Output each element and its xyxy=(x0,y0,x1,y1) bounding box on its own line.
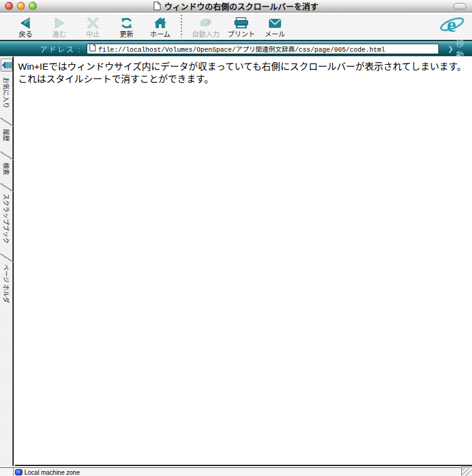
toolbar: 戻る 進む 中止 xyxy=(0,13,472,40)
page-paragraph: Win+IEではウィンドウサイズ内にデータが収まっていても右側にスクロールバーが… xyxy=(18,60,468,85)
browser-window: ウィンドウの右側のスクロールバーを消す 戻る 進む xyxy=(0,0,472,476)
title-bar: ウィンドウの右側のスクロールバーを消す xyxy=(0,0,472,12)
tab-divider xyxy=(0,118,14,126)
forward-button: 進む xyxy=(42,14,76,39)
sidebar-tab-pageholder[interactable]: ページ ホルダ xyxy=(2,264,11,303)
page-content: Win+IEではウィンドウサイズ内にデータが収まっていても右側にスクロールバーが… xyxy=(15,57,472,466)
refresh-button[interactable]: 更新 xyxy=(110,14,143,39)
body-area: お気に入り 履歴 検索 スクラップブック ページ ホルダ Win+IEではウィン… xyxy=(0,57,472,466)
title-center: ウィンドウの右側のスクロールバーを消す xyxy=(0,0,472,12)
sidebar-tab-history[interactable]: 履歴 xyxy=(2,129,11,141)
home-button[interactable]: ホーム xyxy=(143,14,177,39)
back-label: 戻る xyxy=(19,31,32,39)
minimize-button[interactable] xyxy=(17,2,25,10)
sidebar-tab-search[interactable]: 検索 xyxy=(2,163,11,175)
stop-button: 中止 xyxy=(76,14,110,39)
zoom-button[interactable] xyxy=(29,2,37,10)
autofill-button: 自動入力 xyxy=(187,14,224,39)
print-button[interactable]: プリント xyxy=(224,14,258,39)
refresh-label: 更新 xyxy=(120,31,133,39)
home-icon xyxy=(153,16,167,31)
tab-divider xyxy=(0,183,14,192)
svg-text:e: e xyxy=(446,13,456,36)
zone-text: Local machine zone xyxy=(24,469,80,476)
close-button[interactable] xyxy=(5,2,13,10)
mail-label: メール xyxy=(265,31,286,39)
autofill-icon xyxy=(199,16,213,31)
back-arrow-icon xyxy=(19,16,32,31)
toolbar-separator xyxy=(181,15,182,37)
collapse-drawer-icon xyxy=(2,61,12,69)
address-input[interactable]: file://localhost/Volumes/OpenSpace/アプリ関連… xyxy=(87,44,439,54)
traffic-lights xyxy=(5,2,37,10)
address-label: アドレス : xyxy=(40,44,82,54)
collapse-drawer-button[interactable] xyxy=(1,59,12,72)
tab-divider xyxy=(0,254,14,262)
zone-icon xyxy=(15,469,22,475)
stop-label: 中止 xyxy=(86,31,100,39)
forward-arrow-icon xyxy=(52,16,66,31)
forward-label: 進む xyxy=(52,31,66,39)
print-label: プリント xyxy=(228,31,255,39)
document-icon xyxy=(153,1,161,11)
toolbar-toggle-pill[interactable] xyxy=(453,3,466,9)
internet-explorer-e-logo: e xyxy=(440,12,465,40)
stop-x-icon xyxy=(87,16,99,31)
refresh-icon xyxy=(120,16,133,31)
address-doc-icon xyxy=(89,44,96,54)
go-arrow-icon: ❯ xyxy=(448,45,453,53)
resize-grip[interactable] xyxy=(461,467,472,476)
mail-icon xyxy=(268,16,282,31)
autofill-label: 自動入力 xyxy=(192,31,219,39)
sidebar-tab-favorites[interactable]: お気に入り xyxy=(2,77,11,108)
status-bar: Local machine zone xyxy=(0,467,472,476)
sidebar-tab-scrapbook[interactable]: スクラップブック xyxy=(2,194,11,244)
address-url-text: file://localhost/Volumes/OpenSpace/アプリ関連… xyxy=(99,44,385,54)
window-title: ウィンドウの右側のスクロールバーを消す xyxy=(164,0,318,12)
back-button[interactable]: 戻る xyxy=(9,14,42,39)
tab-drawer-sidebar: お気に入り 履歴 検索 スクラップブック ページ ホルダ xyxy=(0,57,14,466)
security-zone-field: Local machine zone xyxy=(13,468,461,476)
printer-icon xyxy=(234,16,249,31)
mail-button[interactable]: メール xyxy=(258,14,292,39)
tab-divider xyxy=(0,151,14,160)
address-bar: アドレス : file://localhost/Volumes/OpenSpac… xyxy=(0,41,472,57)
home-label: ホーム xyxy=(150,31,171,39)
